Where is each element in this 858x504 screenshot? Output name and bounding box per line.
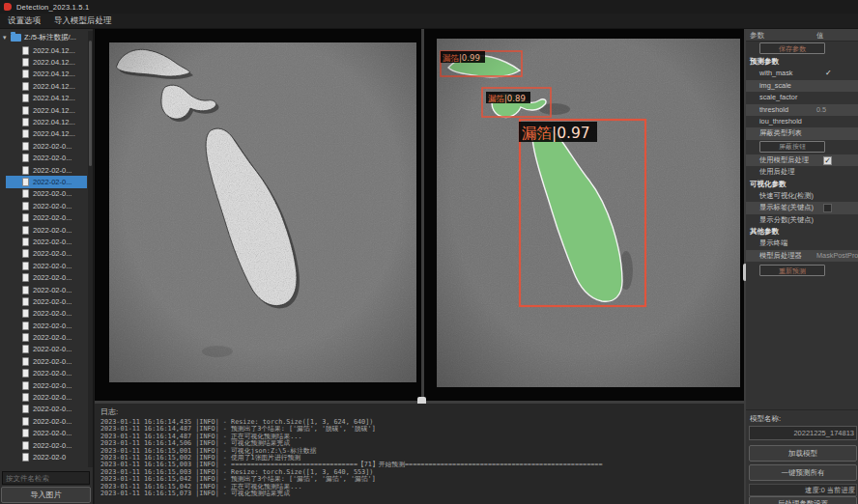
file-item[interactable]: 2022.04.12... xyxy=(6,69,87,80)
file-item[interactable]: 2022-02-0... xyxy=(6,224,87,236)
file-icon xyxy=(22,94,29,102)
predict-all-button[interactable]: 一键预测所有 xyxy=(749,464,857,481)
sidebar-scrollbar-handle[interactable] xyxy=(89,41,92,166)
file-item-label: 2022-02-0 xyxy=(33,453,66,462)
param-row-show-terminal[interactable]: 显示终端 xyxy=(746,238,858,249)
file-item-label: 2022-02-0... xyxy=(33,166,72,175)
mask-button[interactable]: 屏蔽按钮 xyxy=(759,141,825,153)
file-item[interactable]: 2022.04.12... xyxy=(6,56,87,68)
model-postprocessor-value[interactable]: MaskPostPro xyxy=(816,250,858,262)
param-row-iou-threshold[interactable]: iou_threshold xyxy=(746,116,858,127)
caret-down-icon[interactable]: ▾ xyxy=(3,34,11,42)
file-item-label: 2022-02-0... xyxy=(33,405,72,413)
param-row-show-labels[interactable]: 显示标签(关键点) xyxy=(746,202,858,213)
section-other-params: 其他参数 xyxy=(746,226,858,238)
source-defect-image xyxy=(109,42,416,382)
postprocess-settings-button[interactable]: 后处理参数设置 xyxy=(749,496,857,504)
re-predict-button[interactable]: 重新预测 xyxy=(759,265,825,276)
file-item-label: 2022.04.12... xyxy=(33,82,75,91)
title-bar: Detection_2023.1.5.1 xyxy=(0,0,858,14)
file-item[interactable]: 2022-02-0... xyxy=(6,295,87,307)
file-item[interactable]: 2022.04.12... xyxy=(6,93,87,104)
file-icon xyxy=(22,273,29,282)
checkbox-checked-icon[interactable]: ✓ xyxy=(823,156,832,165)
file-item-label: 2022-02-0... xyxy=(33,238,72,246)
file-item-label: 2022-02-0... xyxy=(33,417,72,426)
file-item[interactable]: 2022.04.12... xyxy=(6,104,87,116)
file-item[interactable]: 2022-02-0... xyxy=(6,284,87,295)
file-item[interactable]: 2022-02-0... xyxy=(6,260,87,271)
log-area[interactable]: 日志: 2023-01-11 16:16:14,435 |INFO| - Res… xyxy=(95,404,744,504)
file-item[interactable]: 2022-02-0... xyxy=(6,391,87,403)
file-item[interactable]: 2022-02-0... xyxy=(6,308,87,320)
file-item[interactable]: 2022-02-0... xyxy=(6,355,87,367)
import-images-button[interactable]: 导入图片 xyxy=(1,487,91,503)
file-item[interactable]: 2022-02-0... xyxy=(6,200,87,211)
section-visualization-params: 可视化参数 xyxy=(746,179,858,190)
file-icon xyxy=(22,189,29,198)
file-item[interactable]: 2022-02-0 xyxy=(6,451,87,462)
menu-item-settings[interactable]: 设置选项 xyxy=(8,15,41,27)
file-item[interactable]: 2022-02-0... xyxy=(6,211,87,223)
param-row-model-postprocessor[interactable]: 模型后处理器 MaskPostPro xyxy=(746,250,858,262)
load-model-button[interactable]: 加载模型 xyxy=(749,445,857,462)
check-icon[interactable]: ✓ xyxy=(825,68,832,79)
param-row-mask-type-list[interactable]: 屏蔽类型列表 xyxy=(746,127,858,139)
file-item[interactable]: 2022-02-0... xyxy=(6,164,87,176)
file-icon xyxy=(22,82,29,91)
file-item[interactable]: 2022-02-0... xyxy=(6,331,87,343)
file-item[interactable]: 2022-02-0... xyxy=(6,404,87,415)
file-item-label: 2022-02-0... xyxy=(33,226,72,235)
file-icon xyxy=(22,357,29,366)
file-item[interactable]: 2022.04.12... xyxy=(6,44,87,56)
file-item[interactable]: 2022-02-0... xyxy=(6,439,87,451)
source-image-panel xyxy=(109,42,416,382)
file-item-label: 2022.04.12... xyxy=(33,118,75,126)
file-item[interactable]: 2022-02-0... xyxy=(6,379,87,391)
param-row-fast-visualize[interactable]: 快速可视化(检测) xyxy=(746,190,858,202)
file-tree[interactable]: ▾ Z:/5-标注数据/... 2022.04.12... 2022.04.12… xyxy=(0,31,87,467)
file-item-label: 2022-02-0... xyxy=(33,309,72,318)
param-row-with-mask[interactable]: with_mask ✓ xyxy=(746,68,858,79)
file-item[interactable]: 2022-02-0... xyxy=(6,188,87,200)
param-row-threshold[interactable]: threshold 0.5 xyxy=(746,104,858,116)
file-item-label: 2022.04.12... xyxy=(33,58,75,67)
sidebar-scrollbar[interactable] xyxy=(88,31,93,467)
file-item-label: 2022-02-0... xyxy=(33,213,72,222)
log-line: 2023-01-11 16:16:15,073 |INFO| - 可视化预测结果… xyxy=(100,490,738,497)
param-row-use-model-postprocess[interactable]: 使用模型后处理 ✓ xyxy=(746,154,858,166)
file-item-label: 2022-02-0... xyxy=(33,333,72,342)
file-item[interactable]: 2022-02-0... xyxy=(6,320,87,331)
file-item[interactable]: 2022.04.12... xyxy=(6,116,87,127)
app-window: Detection_2023.1.5.1 设置选项 导入模型后处理 ▾ Z:/5… xyxy=(0,0,858,504)
param-row-scale-factor[interactable]: scale_factor xyxy=(746,92,858,103)
param-row-show-scores[interactable]: 显示分数(关键点) xyxy=(746,214,858,226)
file-item[interactable]: 2022-02-0... xyxy=(6,428,87,439)
tree-root-folder[interactable]: ▾ Z:/5-标注数据/... xyxy=(0,31,87,44)
checkbox-empty-icon[interactable] xyxy=(823,204,832,212)
file-icon xyxy=(22,202,29,210)
file-icon xyxy=(22,166,29,175)
file-item[interactable]: 2022-02-0... xyxy=(6,140,87,152)
search-input[interactable] xyxy=(2,471,90,485)
file-item[interactable]: 2022.04.12... xyxy=(6,80,87,92)
file-item-label: 2022-02-0... xyxy=(33,262,72,270)
file-item[interactable]: 2022-02-0... xyxy=(6,236,87,247)
file-item[interactable]: 2022.04.12... xyxy=(6,128,87,140)
file-item[interactable]: 2022-02-0... xyxy=(6,344,87,355)
file-item[interactable]: 2022-02-0... xyxy=(6,271,87,283)
file-item[interactable]: 2022-02-0... xyxy=(6,176,87,187)
save-params-button[interactable]: 保存参数 xyxy=(759,42,825,54)
param-row-use-postprocess[interactable]: 使用后处理 xyxy=(746,166,858,178)
menu-item-import-postprocess[interactable]: 导入模型后处理 xyxy=(54,15,112,27)
file-item[interactable]: 2022-02-0... xyxy=(6,415,87,427)
file-item[interactable]: 2022-02-0... xyxy=(6,248,87,260)
model-name-field[interactable]: 20221225_174813 xyxy=(749,426,857,440)
file-icon xyxy=(22,417,29,426)
file-icon xyxy=(22,249,29,258)
threshold-value[interactable]: 0.5 xyxy=(816,104,826,116)
param-row-img-scale[interactable]: img_scale xyxy=(746,80,858,92)
file-item[interactable]: 2022-02-0... xyxy=(6,153,87,164)
file-icon xyxy=(22,286,29,294)
file-item[interactable]: 2022-02-0... xyxy=(6,368,87,379)
